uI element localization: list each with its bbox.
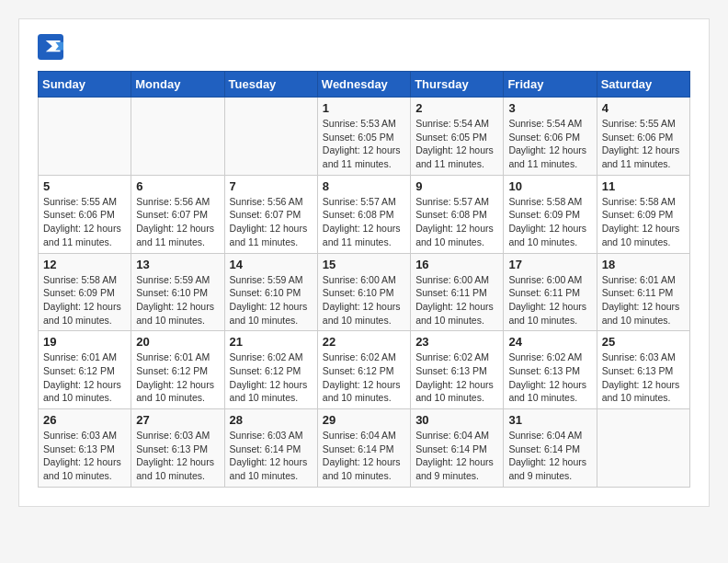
day-cell: 9Sunrise: 5:57 AM Sunset: 6:08 PM Daylig… [411,175,504,253]
week-row-4: 19Sunrise: 6:01 AM Sunset: 6:12 PM Dayli… [39,331,690,409]
day-number: 10 [508,179,591,193]
day-info: Sunrise: 6:00 AM Sunset: 6:11 PM Dayligh… [508,273,591,327]
day-number: 9 [415,179,498,193]
day-info: Sunrise: 5:57 AM Sunset: 6:08 PM Dayligh… [323,195,405,249]
day-cell: 30Sunrise: 6:04 AM Sunset: 6:14 PM Dayli… [411,409,504,488]
day-cell: 18Sunrise: 6:01 AM Sunset: 6:11 PM Dayli… [597,253,689,331]
day-number: 2 [415,101,498,115]
day-info: Sunrise: 6:03 AM Sunset: 6:13 PM Dayligh… [602,350,685,405]
day-cell: 10Sunrise: 5:58 AM Sunset: 6:09 PM Dayli… [504,175,597,253]
day-cell: 24Sunrise: 6:02 AM Sunset: 6:13 PM Dayli… [504,331,597,409]
day-cell: 25Sunrise: 6:03 AM Sunset: 6:13 PM Dayli… [597,331,689,409]
day-cell: 8Sunrise: 5:57 AM Sunset: 6:08 PM Daylig… [317,175,410,253]
day-cell: 4Sunrise: 5:55 AM Sunset: 6:06 PM Daylig… [597,98,689,176]
day-number: 27 [136,413,219,427]
day-number: 13 [136,258,219,271]
day-number: 14 [230,258,313,271]
day-cell: 23Sunrise: 6:02 AM Sunset: 6:13 PM Dayli… [411,331,504,409]
day-info: Sunrise: 5:56 AM Sunset: 6:07 PM Dayligh… [230,195,313,249]
day-info: Sunrise: 5:59 AM Sunset: 6:10 PM Dayligh… [230,273,313,327]
calendar-table: SundayMondayTuesdayWednesdayThursdayFrid… [38,71,690,488]
day-cell: 5Sunrise: 5:55 AM Sunset: 6:06 PM Daylig… [39,175,131,253]
day-info: Sunrise: 6:00 AM Sunset: 6:11 PM Dayligh… [415,273,498,327]
day-number: 22 [323,335,405,349]
day-info: Sunrise: 5:58 AM Sunset: 6:09 PM Dayligh… [602,195,685,249]
logo [38,34,67,60]
day-cell: 6Sunrise: 5:56 AM Sunset: 6:07 PM Daylig… [131,175,224,253]
day-number: 31 [508,413,591,427]
day-cell: 7Sunrise: 5:56 AM Sunset: 6:07 PM Daylig… [224,175,317,253]
day-info: Sunrise: 6:02 AM Sunset: 6:13 PM Dayligh… [415,350,498,405]
day-info: Sunrise: 6:02 AM Sunset: 6:12 PM Dayligh… [230,350,313,405]
day-number: 28 [230,413,313,427]
day-cell: 1Sunrise: 5:53 AM Sunset: 6:05 PM Daylig… [317,98,410,176]
calendar-header: SundayMondayTuesdayWednesdayThursdayFrid… [39,72,690,98]
day-cell: 28Sunrise: 6:03 AM Sunset: 6:14 PM Dayli… [224,409,317,488]
day-number: 29 [323,413,405,427]
day-info: Sunrise: 5:55 AM Sunset: 6:06 PM Dayligh… [43,195,126,249]
day-cell: 31Sunrise: 6:04 AM Sunset: 6:14 PM Dayli… [504,409,597,488]
day-info: Sunrise: 6:01 AM Sunset: 6:12 PM Dayligh… [136,350,219,405]
day-cell: 22Sunrise: 6:02 AM Sunset: 6:12 PM Dayli… [317,331,410,409]
day-info: Sunrise: 5:53 AM Sunset: 6:05 PM Dayligh… [323,117,405,171]
day-cell: 13Sunrise: 5:59 AM Sunset: 6:10 PM Dayli… [131,253,224,331]
day-info: Sunrise: 5:59 AM Sunset: 6:10 PM Dayligh… [136,273,219,327]
day-number: 18 [602,258,685,271]
week-row-2: 5Sunrise: 5:55 AM Sunset: 6:06 PM Daylig… [39,175,690,253]
day-info: Sunrise: 6:03 AM Sunset: 6:13 PM Dayligh… [43,429,126,483]
header-area [38,34,690,60]
day-info: Sunrise: 5:58 AM Sunset: 6:09 PM Dayligh… [43,273,126,327]
logo-icon [38,34,63,60]
day-number: 17 [508,258,591,271]
day-info: Sunrise: 5:58 AM Sunset: 6:09 PM Dayligh… [508,195,591,249]
calendar-container: SundayMondayTuesdayWednesdayThursdayFrid… [18,18,710,507]
day-cell: 12Sunrise: 5:58 AM Sunset: 6:09 PM Dayli… [39,253,131,331]
day-number: 3 [508,101,591,115]
day-info: Sunrise: 6:02 AM Sunset: 6:12 PM Dayligh… [323,350,405,405]
day-cell: 15Sunrise: 6:00 AM Sunset: 6:10 PM Dayli… [317,253,410,331]
day-info: Sunrise: 6:01 AM Sunset: 6:12 PM Dayligh… [43,350,126,405]
day-cell: 20Sunrise: 6:01 AM Sunset: 6:12 PM Dayli… [131,331,224,409]
calendar-body: 1Sunrise: 5:53 AM Sunset: 6:05 PM Daylig… [39,98,690,488]
day-cell: 19Sunrise: 6:01 AM Sunset: 6:12 PM Dayli… [39,331,131,409]
day-number: 21 [230,335,313,349]
day-info: Sunrise: 6:01 AM Sunset: 6:11 PM Dayligh… [602,273,685,327]
day-number: 23 [415,335,498,349]
header-cell-thursday: Thursday [411,72,504,98]
day-number: 16 [415,258,498,271]
day-number: 15 [323,258,405,271]
header-cell-monday: Monday [131,72,224,98]
day-info: Sunrise: 6:03 AM Sunset: 6:14 PM Dayligh… [230,429,313,483]
day-info: Sunrise: 6:04 AM Sunset: 6:14 PM Dayligh… [508,429,591,483]
day-cell: 29Sunrise: 6:04 AM Sunset: 6:14 PM Dayli… [317,409,410,488]
day-info: Sunrise: 6:04 AM Sunset: 6:14 PM Dayligh… [415,429,498,483]
day-number: 11 [602,179,685,193]
day-info: Sunrise: 5:54 AM Sunset: 6:05 PM Dayligh… [415,117,498,171]
header-row: SundayMondayTuesdayWednesdayThursdayFrid… [39,72,690,98]
day-cell: 26Sunrise: 6:03 AM Sunset: 6:13 PM Dayli… [39,409,131,488]
day-number: 7 [230,179,313,193]
day-info: Sunrise: 6:00 AM Sunset: 6:10 PM Dayligh… [323,273,405,327]
week-row-1: 1Sunrise: 5:53 AM Sunset: 6:05 PM Daylig… [39,98,690,176]
day-info: Sunrise: 6:04 AM Sunset: 6:14 PM Dayligh… [323,429,405,483]
day-cell: 3Sunrise: 5:54 AM Sunset: 6:06 PM Daylig… [504,98,597,176]
day-number: 20 [136,335,219,349]
day-cell: 17Sunrise: 6:00 AM Sunset: 6:11 PM Dayli… [504,253,597,331]
day-cell: 16Sunrise: 6:00 AM Sunset: 6:11 PM Dayli… [411,253,504,331]
week-row-3: 12Sunrise: 5:58 AM Sunset: 6:09 PM Dayli… [39,253,690,331]
day-number: 5 [43,179,126,193]
day-cell: 11Sunrise: 5:58 AM Sunset: 6:09 PM Dayli… [597,175,689,253]
header-cell-sunday: Sunday [39,72,131,98]
day-cell [39,98,131,176]
day-info: Sunrise: 6:03 AM Sunset: 6:13 PM Dayligh… [136,429,219,483]
day-number: 24 [508,335,591,349]
day-cell [597,409,689,488]
day-number: 30 [415,413,498,427]
day-number: 8 [323,179,405,193]
day-number: 12 [43,258,126,271]
day-number: 4 [602,101,685,115]
week-row-5: 26Sunrise: 6:03 AM Sunset: 6:13 PM Dayli… [39,409,690,488]
day-cell [224,98,317,176]
day-number: 19 [43,335,126,349]
day-cell: 14Sunrise: 5:59 AM Sunset: 6:10 PM Dayli… [224,253,317,331]
